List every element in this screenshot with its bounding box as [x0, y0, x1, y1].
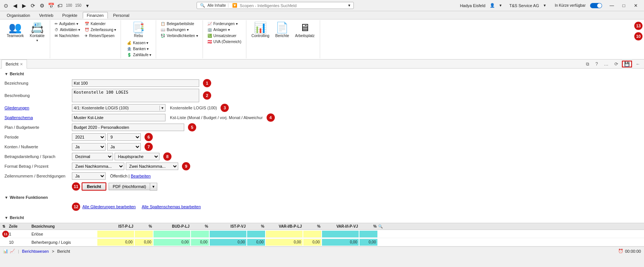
refresh-icon[interactable]: ⟳	[30, 3, 36, 9]
periode-month-select[interactable]: 9	[107, 133, 141, 141]
betragsdarstellung-val2-select[interactable]: Hauptsprache	[115, 153, 160, 160]
tab-copy-button[interactable]: ⧉	[584, 61, 592, 67]
arbeitsplatz-button[interactable]: 🖥 Arbeitsplatz	[293, 21, 317, 39]
user-dropdown-icon[interactable]: ▾	[499, 3, 502, 8]
menubar: Organisation Vertrieb Projekte Finanzen …	[0, 11, 644, 19]
reisen-button[interactable]: ✈ Reisen/Spesen	[83, 33, 118, 39]
col-var-vj-header[interactable]: VAR-I/I-P-VJ	[322, 224, 359, 228]
alle-gliederungen-link[interactable]: Alle Gliederungen bearbeiten	[82, 204, 136, 209]
kassen-button[interactable]: 💰 Kassen ▾	[125, 40, 153, 46]
kalender-button[interactable]: 📅 Kalender	[83, 21, 118, 27]
umsatzsteuer-button[interactable]: 💹 Umsatzsteuer	[206, 33, 243, 39]
col-search-header[interactable]: 🔍	[378, 224, 386, 228]
anlagen-button[interactable]: 🏢 Anlagen ▾	[206, 27, 243, 33]
search-scope[interactable]: Alle Inhalte	[207, 3, 228, 7]
menu-personal[interactable]: Personal	[109, 12, 133, 18]
kassen-label: Kassen ▾	[133, 41, 148, 45]
col-bud-p-lj-header[interactable]: BUD-P-LJ	[154, 224, 191, 228]
col-var-vj-pct-header[interactable]: %	[359, 224, 378, 228]
plan-input[interactable]	[72, 124, 184, 131]
search-dropdown-icon[interactable]: ▾	[348, 3, 350, 8]
berichte-button[interactable]: 📄 Berichte	[273, 21, 291, 39]
tab-bericht[interactable]: Bericht ✕	[1, 60, 27, 69]
forward-icon[interactable]: ▶	[21, 3, 27, 9]
form-row-bezeichnung: Bezeichnung 1	[4, 79, 640, 87]
menu-vertrieb[interactable]: Vertrieb	[35, 12, 57, 18]
col-var-b-pct-header[interactable]: %	[303, 224, 322, 228]
col-ist-p-lj-header[interactable]: IST-P-LJ	[97, 224, 135, 228]
menu-finanzen[interactable]: Finanzen	[83, 12, 108, 19]
tab-save-button[interactable]: 💾	[622, 61, 632, 67]
row-bezeichnung-beh: Beherbergung / Logis	[30, 240, 97, 245]
col-var-b-header[interactable]: VAR-I/B-P-LJ	[266, 224, 303, 228]
col-ist-p-vj-header[interactable]: IST-P-VJ	[210, 224, 247, 228]
search-bar[interactable]: 🔍 Alle Inhalte 🔽 ▾	[197, 2, 354, 9]
gliederungen-dropdown-icon[interactable]: ▾	[160, 106, 165, 110]
section-bericht-header[interactable]: ▼ Bericht	[4, 70, 640, 78]
section-bericht-bottom-header[interactable]: ▼ Bericht	[4, 214, 640, 221]
kontakte-dropdown[interactable]: ▾	[36, 39, 38, 42]
tab-more-button[interactable]: …	[602, 61, 611, 67]
format-val2-select[interactable]: Zwei Nachkomma...	[126, 163, 178, 170]
konten-val1-select[interactable]: Ja	[72, 143, 106, 151]
verbindlichkeiten-button[interactable]: 💱 Verbindlichkeiten ▾	[159, 33, 199, 39]
konten-val2-select[interactable]: Ja	[107, 143, 141, 151]
pdf-arrow-button[interactable]: ▾	[150, 183, 157, 191]
zeilennummern-val1-select[interactable]: Ja	[72, 172, 106, 180]
teamwork-button[interactable]: 👥 Teamwork	[4, 21, 26, 39]
tag-icon[interactable]: 🏷	[57, 3, 63, 9]
pdf-main-button[interactable]: PDF (Hochformat)	[109, 183, 150, 190]
format-val1-select[interactable]: Zwei Nachkomma...	[72, 163, 124, 170]
alle-spaltenschemas-link[interactable]: Alle Spaltenschemas bearbeiten	[142, 204, 201, 209]
dropdown-icon[interactable]: ▾	[84, 3, 90, 9]
close-button[interactable]: ✕	[631, 2, 641, 9]
periode-control: 2021 9 6	[72, 133, 640, 141]
rebu-button[interactable]: 📑 Rebu	[130, 21, 148, 39]
beschreibung-textarea[interactable]: Kostenstelle 100 LOGIS	[72, 89, 199, 102]
tab-close-button[interactable]: ✕	[20, 62, 23, 66]
forderungen-button[interactable]: 📈 Forderungen ▾	[206, 21, 243, 27]
zahllaeufe-button[interactable]: 💲 Zahlläufe ▾	[125, 52, 153, 58]
kontakte-button[interactable]: 📇 Kontakte ▾	[28, 21, 47, 44]
company-dropdown-icon[interactable]: ▾	[544, 3, 546, 8]
bearbeiten-link[interactable]: Bearbeiten	[131, 174, 151, 178]
verbindlichkeiten-label: Verbindlichkeiten ▾	[167, 34, 198, 38]
maximize-button[interactable]: □	[619, 2, 629, 9]
spaltenschema-link[interactable]: Spaltenschema	[4, 115, 33, 120]
menu-projekte[interactable]: Projekte	[58, 12, 81, 18]
banken-button[interactable]: 🏦 Banken ▾	[125, 46, 153, 52]
tab-help-button[interactable]: ?	[593, 61, 600, 67]
spaltenschema-input[interactable]	[72, 114, 165, 121]
gliederungen-link[interactable]: Gliederungen	[4, 106, 29, 110]
periode-year-select[interactable]: 2021	[72, 133, 106, 141]
betragsdarstellung-val1-select[interactable]: Dezimal	[72, 153, 113, 160]
col-ist-vj-pct-header[interactable]: %	[247, 224, 266, 228]
settings-icon[interactable]: ⚙	[39, 3, 45, 9]
belegarbeitsliste-button[interactable]: 📋 Belegarbeitsliste	[159, 21, 199, 27]
section-weitere-header[interactable]: ▼ Weitere Funktionen	[4, 194, 640, 201]
table-row-beherbergung[interactable]: 10 Beherbergung / Logis 0,00 0,00 0,00 0…	[0, 238, 644, 246]
bezeichnung-input[interactable]	[72, 79, 199, 87]
breadcrumb-root[interactable]: Berichtswesen	[22, 249, 49, 254]
zeiterfassung-button[interactable]: ⏰ Zeiterfassung ▾	[83, 27, 118, 33]
back-icon[interactable]: ◀	[12, 3, 18, 9]
soon-toggle[interactable]	[590, 3, 602, 8]
col-ist-pct-header[interactable]: %	[135, 224, 154, 228]
gliederungen-select-area[interactable]: 4/1: Kostenstelle LOGIS (100) ▾	[72, 104, 165, 112]
nachrichten-button[interactable]: ✉ Nachrichten	[53, 33, 82, 39]
menu-organisation[interactable]: Organisation	[3, 12, 34, 18]
controlling-button[interactable]: 📊 Controlling	[249, 21, 272, 39]
calendar-icon[interactable]: 📅	[48, 3, 54, 9]
table-row-erloese[interactable]: 11 1 Erlöse	[0, 230, 644, 238]
tab-back-button[interactable]: ←	[634, 61, 643, 67]
buchungen-button[interactable]: 📖 Buchungen ▾	[159, 27, 199, 33]
minimize-button[interactable]: —	[607, 2, 617, 9]
col-bud-pct-header[interactable]: %	[191, 224, 210, 228]
aktivitaeten-button[interactable]: ⏱ Aktivitäten ▾	[53, 27, 82, 33]
uva-button[interactable]: 🇦🇹 UVA (Österreich)	[206, 39, 243, 45]
aufgaben-button[interactable]: ✏ Aufgaben ▾	[53, 21, 82, 27]
bericht-button[interactable]: Bericht	[82, 182, 106, 191]
search-input[interactable]	[240, 3, 346, 8]
zeilennummern-control: Ja Öffentlich | Bearbeiten	[72, 172, 640, 180]
tab-refresh-button[interactable]: ⟳	[612, 61, 620, 67]
